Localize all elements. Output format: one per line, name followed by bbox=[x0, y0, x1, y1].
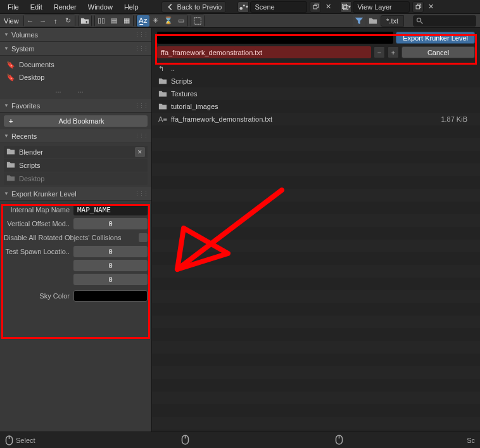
add-bookmark-button[interactable]: + Add Bookmark bbox=[4, 115, 148, 127]
svg-point-1 bbox=[243, 4, 245, 6]
panel-export-krunker-body: Internal Map Name MAP_NAME Vertical Offs… bbox=[0, 201, 151, 306]
folder-textures[interactable]: Textures bbox=[152, 87, 480, 100]
svg-rect-4 bbox=[344, 5, 348, 10]
svg-rect-2 bbox=[313, 5, 317, 9]
spawn-y-input[interactable]: 0 bbox=[73, 260, 148, 271]
nav-back-icon[interactable]: ← bbox=[24, 15, 37, 27]
menu-window[interactable]: Window bbox=[83, 1, 118, 13]
new-folder-icon[interactable] bbox=[79, 15, 91, 27]
viewlayer-delete-button[interactable]: ✕ bbox=[425, 1, 436, 13]
panel-system-body: 🔖 Documents 🔖 Desktop ... ... bbox=[0, 56, 151, 99]
sort-ext-icon[interactable]: ✳ bbox=[149, 15, 162, 27]
search-input[interactable] bbox=[413, 15, 476, 27]
mouse-icon-middle bbox=[181, 435, 189, 446]
spawn-label: Test Spawn Locatio.. bbox=[4, 248, 73, 255]
folder-tutorial-images[interactable]: tutorial_images bbox=[152, 100, 480, 113]
disable-coll-checkbox[interactable] bbox=[139, 233, 148, 242]
sort-group: A̲z ✳ ⌛ ▭ bbox=[136, 15, 188, 27]
action-bar: Export Krunker Level bbox=[152, 28, 480, 45]
filter-icon[interactable] bbox=[353, 15, 365, 27]
panel-export-krunker-header[interactable]: Export Krunker Level⋮⋮⋮ bbox=[0, 187, 151, 201]
viewlayer-new-button[interactable] bbox=[412, 1, 424, 13]
mouse-icon-right bbox=[335, 435, 343, 446]
file-ffa-framework[interactable]: A≡ ffa_framework_demonstration.txt 1.87 … bbox=[152, 113, 480, 125]
bookmark-icon: 🔖 bbox=[6, 74, 15, 82]
folder-icon bbox=[158, 89, 167, 98]
vert-offset-input[interactable]: 0 bbox=[73, 218, 148, 229]
display-thumbnail-icon[interactable]: ▦ bbox=[120, 15, 133, 27]
svg-point-0 bbox=[239, 7, 243, 10]
nav-forward-icon[interactable]: → bbox=[37, 15, 49, 27]
panel-system-header[interactable]: System⋮⋮⋮ bbox=[0, 42, 151, 56]
close-icon[interactable]: ✕ bbox=[135, 147, 145, 157]
folder-icon bbox=[6, 160, 15, 170]
spawn-z-input[interactable]: 0 bbox=[73, 274, 148, 285]
panel-favorites-header[interactable]: Favorites⋮⋮⋮ bbox=[0, 99, 151, 113]
export-krunker-level-button[interactable]: Export Krunker Level bbox=[396, 32, 475, 44]
sort-alpha-icon[interactable]: A̲z bbox=[137, 15, 149, 27]
increment-button[interactable]: + bbox=[388, 46, 399, 58]
display-list-vertical-icon[interactable]: ▯▯ bbox=[95, 15, 108, 27]
nav-up-icon[interactable]: ↑ bbox=[49, 15, 62, 27]
file-list: Scripts Textures tutorial_images A≡ ffa_… bbox=[152, 75, 480, 432]
cancel-button[interactable]: Cancel bbox=[401, 46, 475, 58]
spawn-x-input[interactable]: 0 bbox=[73, 246, 148, 257]
back-to-previous-button[interactable]: Back to Previo bbox=[161, 1, 227, 13]
scene-field[interactable]: Scene bbox=[250, 1, 307, 13]
panel-volumes-header[interactable]: Volumes⋮⋮⋮ bbox=[0, 28, 151, 42]
newfolder-group bbox=[78, 15, 92, 27]
menu-help[interactable]: Help bbox=[119, 1, 144, 13]
sky-color-label: Sky Color bbox=[4, 292, 73, 300]
folder-icon bbox=[6, 174, 15, 184]
view-menu[interactable]: View bbox=[4, 17, 19, 25]
sort-size-icon[interactable]: ▭ bbox=[175, 15, 187, 27]
sidebar: Volumes⋮⋮⋮ System⋮⋮⋮ 🔖 Documents 🔖 Deskt… bbox=[0, 28, 152, 432]
panel-recents-header[interactable]: Recents⋮⋮⋮ bbox=[0, 129, 151, 143]
filepath-input[interactable] bbox=[157, 32, 393, 44]
map-name-input[interactable]: MAP_NAME bbox=[73, 204, 148, 215]
mouse-icon bbox=[5, 435, 13, 445]
show-hidden-icon[interactable] bbox=[191, 15, 204, 27]
recent-scripts[interactable]: Scripts✕ bbox=[4, 159, 148, 172]
menu-edit[interactable]: Edit bbox=[25, 1, 47, 13]
display-list-horizontal-icon[interactable]: ▤ bbox=[108, 15, 120, 27]
menu-render[interactable]: Render bbox=[49, 1, 82, 13]
recent-desktop[interactable]: Desktop✕ bbox=[4, 172, 148, 185]
viewlayer-icon[interactable]: ▾ bbox=[340, 1, 351, 13]
search-icon bbox=[416, 17, 424, 25]
folder-icon bbox=[6, 147, 15, 157]
nav-refresh-icon[interactable]: ↻ bbox=[62, 15, 75, 27]
filebrowser-toolbar: View ← → ↑ ↻ ▯▯ ▤ ▦ A̲z ✳ ⌛ ▭ *.txt bbox=[0, 14, 480, 28]
folder-icon bbox=[158, 102, 167, 111]
up-arrow-icon: ↰ bbox=[158, 65, 167, 73]
sky-color-swatch[interactable] bbox=[73, 290, 148, 302]
scene-delete-button[interactable]: ✕ bbox=[322, 1, 334, 13]
status-right: Sc bbox=[467, 437, 475, 444]
file-content: Export Krunker Level − + Cancel ↰ .. Scr… bbox=[152, 28, 480, 432]
svg-rect-6 bbox=[194, 17, 201, 24]
mouse-hint-select: Select bbox=[5, 435, 35, 445]
back-arrow-icon bbox=[166, 3, 175, 11]
panel-recents-body: Blender ✕ Scripts✕ Desktop✕ bbox=[0, 143, 151, 188]
system-desktop[interactable]: 🔖 Desktop bbox=[4, 71, 148, 84]
svg-rect-3 bbox=[342, 4, 346, 8]
folder-filter-icon[interactable] bbox=[367, 15, 379, 27]
menu-file[interactable]: File bbox=[3, 1, 24, 13]
system-more[interactable]: ... ... bbox=[4, 84, 148, 96]
scene-new-button[interactable] bbox=[310, 1, 321, 13]
scene-icon[interactable]: ▾ bbox=[237, 1, 249, 13]
file-size-label: 1.87 KiB bbox=[441, 115, 474, 123]
bookmark-icon: 🔖 bbox=[6, 61, 15, 69]
parent-dir-row[interactable]: ↰ .. bbox=[152, 62, 480, 75]
folder-scripts[interactable]: Scripts bbox=[152, 75, 480, 87]
viewlayer-field[interactable]: View Layer bbox=[353, 1, 410, 13]
disable-coll-label: Disable All Rotated Objects' Collisions bbox=[4, 234, 139, 241]
filename-input[interactable] bbox=[157, 46, 371, 58]
filter-ext-field[interactable]: *.txt bbox=[381, 15, 404, 27]
decrement-button[interactable]: − bbox=[374, 46, 385, 58]
recent-blender[interactable]: Blender ✕ bbox=[4, 146, 148, 158]
sort-time-icon[interactable]: ⌛ bbox=[162, 15, 175, 27]
system-documents[interactable]: 🔖 Documents bbox=[4, 58, 148, 71]
map-name-label: Internal Map Name bbox=[4, 206, 73, 214]
status-bar: Select Sc bbox=[0, 432, 480, 448]
